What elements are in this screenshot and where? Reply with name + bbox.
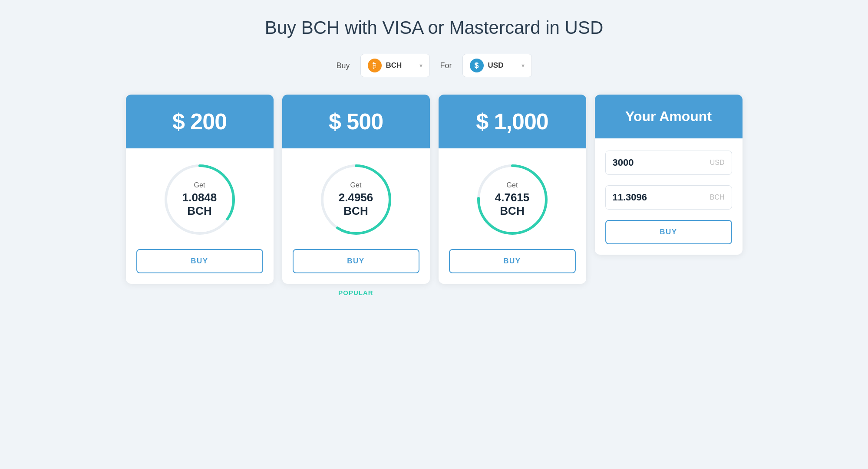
buy-button-500[interactable]: BUY [293, 249, 419, 273]
chevron-down-icon: ▾ [419, 62, 422, 69]
custom-card: Your Amount 3000 USD 11.3096 BCH BUY [595, 95, 743, 255]
for-coin-name: USD [488, 61, 504, 70]
bch-input-currency: BCH [710, 194, 725, 201]
selector-row: Buy ₿ BCH ▾ For $ USD ▾ [336, 54, 531, 77]
bch-amount-500: 2.4956BCH [339, 191, 373, 218]
card-500: $ 500 Get 2.4956BCH BUY [282, 95, 430, 284]
for-label: For [440, 61, 452, 70]
popular-badge: POPULAR [282, 284, 430, 296]
custom-card-body: 3000 USD 11.3096 BCH BUY [595, 138, 743, 255]
get-label-200: Get [194, 181, 205, 189]
card-200-body: Get 1.0848BCH BUY [126, 148, 274, 284]
usd-coin-icon: $ [470, 59, 484, 72]
buy-coin-dropdown[interactable]: ₿ BCH ▾ [360, 54, 430, 77]
card-200-wrapper: $ 200 Get 1.0848BCH BUY [126, 95, 274, 284]
for-coin-dropdown[interactable]: $ USD ▾ [462, 54, 532, 77]
get-label-500: Get [350, 181, 362, 189]
custom-card-wrapper: Your Amount 3000 USD 11.3096 BCH BUY [595, 95, 743, 255]
buy-button-1000[interactable]: BUY [449, 249, 576, 273]
cards-row: $ 200 Get 1.0848BCH BUY [126, 95, 743, 296]
card-1000-amount: $ 1,000 [447, 108, 578, 134]
card-1000: $ 1,000 Get 4.7615BCH BUY [439, 95, 586, 284]
get-label-1000: Get [507, 181, 518, 189]
page-title: Buy BCH with VISA or Mastercard in USD [265, 17, 604, 38]
usd-input-value: 3000 [613, 157, 710, 168]
your-amount-title: Your Amount [604, 108, 734, 125]
bch-amount-1000: 4.7615BCH [495, 191, 530, 218]
custom-card-header: Your Amount [595, 95, 743, 138]
usd-input-currency: USD [710, 159, 725, 167]
card-1000-wrapper: $ 1,000 Get 4.7615BCH BUY [439, 95, 586, 284]
card-500-circle: Get 2.4956BCH [317, 161, 395, 239]
card-200: $ 200 Get 1.0848BCH BUY [126, 95, 274, 284]
card-1000-body: Get 4.7615BCH BUY [439, 148, 586, 284]
card-1000-circle: Get 4.7615BCH [473, 161, 551, 239]
bch-coin-icon: ₿ [368, 59, 382, 72]
bch-input-group[interactable]: 11.3096 BCH [605, 185, 732, 210]
card-500-amount: $ 500 [291, 108, 421, 134]
card-500-wrapper: $ 500 Get 2.4956BCH BUY POPULAR [282, 95, 430, 296]
buy-button-custom[interactable]: BUY [605, 220, 732, 244]
card-500-body: Get 2.4956BCH BUY [282, 148, 430, 284]
card-500-header: $ 500 [282, 95, 430, 148]
bch-amount-200: 1.0848BCH [182, 191, 217, 218]
buy-label: Buy [336, 61, 350, 70]
buy-coin-name: BCH [386, 61, 402, 70]
card-200-amount: $ 200 [135, 108, 265, 134]
card-200-header: $ 200 [126, 95, 274, 148]
card-1000-header: $ 1,000 [439, 95, 586, 148]
bch-input-value: 11.3096 [613, 192, 710, 203]
buy-button-200[interactable]: BUY [136, 249, 263, 273]
chevron-down-icon-2: ▾ [521, 62, 525, 69]
card-200-circle: Get 1.0848BCH [161, 161, 239, 239]
usd-input-group[interactable]: 3000 USD [605, 151, 732, 175]
